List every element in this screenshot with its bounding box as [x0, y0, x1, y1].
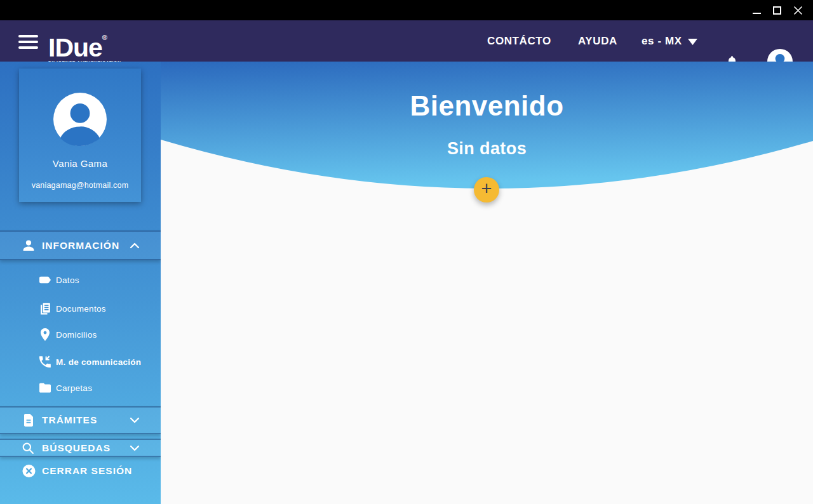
sidebar-section-busquedas[interactable]: BÚSQUEDAS — [0, 439, 161, 457]
logo-text: IDue — [48, 33, 102, 62]
sidebar-item-label: Carpetas — [56, 383, 92, 393]
profile-email: vaniagamag@hotmail.com — [32, 181, 129, 190]
language-selector[interactable]: es - MX — [642, 36, 697, 47]
sidebar-item-label: M. de comunicación — [56, 357, 141, 367]
label-icon — [37, 272, 53, 288]
plus-icon: + — [481, 178, 492, 199]
maximize-icon — [773, 6, 781, 15]
menu-button[interactable] — [18, 35, 38, 50]
page-title: Bienvenido — [161, 90, 813, 123]
sidebar-section-label: TRÁMITES — [42, 414, 97, 426]
search-icon — [21, 441, 35, 455]
folder-icon — [37, 380, 53, 395]
window-maximize-button[interactable] — [767, 0, 787, 20]
chevron-down-icon — [130, 445, 140, 451]
profile-name: Vania Gama — [53, 158, 107, 169]
sidebar-item-label: Datos — [56, 275, 79, 285]
sidebar-item-carpetas[interactable]: Carpetas — [0, 375, 161, 401]
map-pin-icon — [37, 327, 53, 342]
sidebar-section-label: INFORMACIÓN — [42, 240, 119, 251]
close-icon — [793, 6, 803, 15]
page-subtitle: Sin datos — [161, 138, 813, 159]
nav-help-link[interactable]: AYUDA — [578, 36, 617, 47]
sidebar-section-informacion[interactable]: INFORMACIÓN — [0, 230, 161, 260]
sidebar-item-domicilios[interactable]: Domicilios — [0, 321, 161, 348]
main-content: Bienvenido Sin datos + — [161, 62, 813, 504]
profile-avatar-icon — [53, 93, 107, 146]
registered-mark: ® — [102, 34, 107, 41]
sidebar-section-label: BÚSQUEDAS — [42, 442, 111, 454]
person-icon — [21, 238, 36, 253]
sidebar-section-tramites[interactable]: TRÁMITES — [0, 406, 161, 434]
hamburger-icon — [18, 35, 38, 37]
app-logo: IDue® DILIGENCE AUTHENTICATION — [48, 25, 121, 65]
sidebar-item-label: Documentos — [56, 304, 106, 314]
window-close-button[interactable] — [788, 0, 808, 20]
chevron-up-icon — [130, 242, 140, 249]
logout-button[interactable]: CERRAR SESIÓN — [0, 462, 161, 480]
dropdown-triangle-icon — [688, 39, 697, 46]
sidebar-item-datos[interactable]: Datos — [0, 267, 161, 293]
logout-label: CERRAR SESIÓN — [42, 465, 132, 477]
documents-icon — [37, 301, 53, 316]
add-button[interactable]: + — [474, 177, 499, 202]
document-icon — [21, 413, 36, 428]
app-bar: IDue® DILIGENCE AUTHENTICATION CONTÁCTO … — [0, 20, 813, 62]
sidebar-item-m-de-comunicacion[interactable]: M. de comunicación — [0, 348, 161, 375]
window-title-bar — [0, 0, 813, 20]
phone-callback-icon — [37, 354, 53, 369]
sidebar-item-documentos[interactable]: Documentos — [0, 295, 161, 322]
window-minimize-button[interactable] — [746, 0, 767, 20]
cancel-circle-icon — [22, 464, 36, 479]
language-value: es - MX — [642, 36, 682, 47]
sidebar-item-label: Domicilios — [56, 330, 97, 340]
nav-contact-link[interactable]: CONTÁCTO — [487, 36, 551, 47]
sidebar: Vania Gama vaniagamag@hotmail.com INFORM… — [0, 62, 161, 504]
profile-card: Vania Gama vaniagamag@hotmail.com — [19, 69, 141, 202]
chevron-down-icon — [130, 417, 140, 423]
minimize-icon — [753, 13, 761, 14]
